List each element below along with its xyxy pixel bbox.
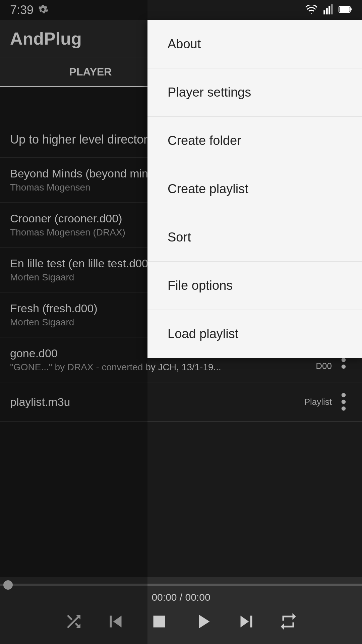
menu-item-about[interactable]: About [147,20,362,68]
repeat-button[interactable] [278,611,298,632]
svg-rect-5 [350,8,352,10]
battery-icon [339,5,352,15]
file-item-type: Playlist [304,397,332,407]
file-item-meta: Playlist [292,397,332,407]
svg-rect-0 [323,10,325,15]
dropdown-menu: About Player settings Create folder Crea… [147,20,362,358]
menu-item-load-playlist[interactable]: Load playlist [147,310,362,358]
menu-item-create-folder[interactable]: Create folder [147,117,362,165]
play-button[interactable] [191,610,215,633]
menu-item-create-playlist[interactable]: Create playlist [147,165,362,213]
dropdown-bg-overlay[interactable] [0,0,147,644]
file-item-type: D00 [316,361,332,371]
wifi-icon [305,5,318,15]
menu-item-player-settings[interactable]: Player settings [147,68,362,117]
menu-item-sort[interactable]: Sort [147,213,362,262]
svg-rect-6 [340,7,350,12]
svg-rect-2 [328,6,330,14]
svg-point-21 [342,407,346,411]
menu-item-file-options[interactable]: File options [147,262,362,310]
stop-button[interactable] [147,610,171,633]
svg-point-20 [342,400,346,404]
more-button[interactable] [332,392,352,412]
svg-point-17 [342,358,346,362]
svg-rect-3 [331,4,333,14]
svg-rect-1 [326,8,328,14]
svg-point-19 [342,393,346,397]
next-button[interactable] [235,610,258,633]
signal-icon [323,4,333,16]
status-right [305,4,352,16]
svg-point-18 [342,364,346,369]
